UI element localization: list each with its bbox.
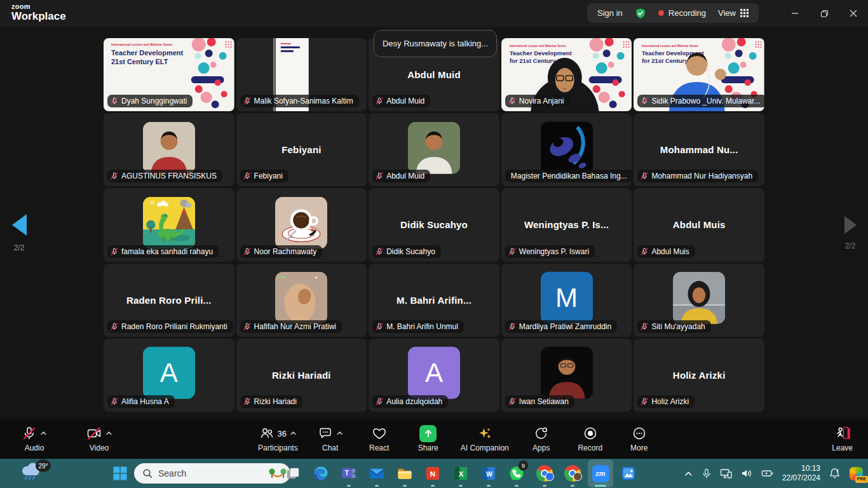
copilot-icon[interactable]: PRE <box>850 467 863 480</box>
participant-tile[interactable]: Malik Sofyan-Sanimas Kaltim <box>236 38 367 111</box>
close-button[interactable] <box>839 0 868 27</box>
participant-tile[interactable]: Abdul Muid <box>369 113 499 186</box>
gallery-prev-page-button[interactable]: 2/2 <box>5 214 33 252</box>
participant-tile[interactable]: Weningtyas P. Is...Weningtyas P. Iswari <box>501 188 632 261</box>
window-controls <box>780 0 868 27</box>
participant-tile[interactable]: AGUSTINUS FRANSISKUS <box>104 113 234 186</box>
participant-label-text: Magister Pendidikan Bahasa Ing... <box>511 172 627 180</box>
taskbar-app-zoom[interactable]: zm <box>588 459 613 487</box>
participant-tile[interactable]: Rizki HariadiRizki Hariadi <box>236 339 367 412</box>
chrome-icon <box>536 465 553 482</box>
toolbar-share-button[interactable]: Share <box>407 423 450 454</box>
tray-speaker-icon[interactable] <box>741 468 753 478</box>
participant-tile[interactable]: Holiz ArizkiHoliz Arizki <box>634 339 764 412</box>
tray-cast-display-icon[interactable] <box>720 468 733 479</box>
taskbar-app-edge[interactable] <box>308 459 334 487</box>
participant-name-label: Abdul Muis <box>637 245 695 258</box>
tray-chevron-up-icon[interactable] <box>684 469 693 478</box>
toolbar-record-label: Record <box>578 444 602 452</box>
toolbar-more-button[interactable]: More <box>618 423 661 454</box>
taskbar-app-mail[interactable] <box>364 459 390 487</box>
participant-label-text: Sidik Prabowo _Univ. Mulawar... <box>651 97 760 105</box>
view-button[interactable]: View <box>718 8 749 18</box>
svg-text:CAM: CAM <box>278 274 287 279</box>
taskbar-app-taskview[interactable] <box>280 459 306 487</box>
taskbar-app-teams[interactable]: T <box>336 459 362 487</box>
toolbar-chat-button[interactable]: Chat <box>309 423 352 454</box>
nitro-icon: N <box>424 465 441 482</box>
recording-indicator[interactable]: Recording <box>658 8 706 18</box>
taskbar-app-nitro[interactable]: N <box>420 459 445 487</box>
chevron-up-icon[interactable] <box>336 431 343 436</box>
title-bar: zoom Workplace Sign in Recording View <box>0 0 868 27</box>
participant-tile[interactable]: International Lecture and Webinar Series… <box>104 38 234 111</box>
participant-tile[interactable]: Mohammad Nu...Mohammad Nur Hadiyansyah <box>634 113 764 186</box>
toolbar-record-button[interactable]: Record <box>569 423 612 454</box>
participant-tile[interactable]: Iwan Setiawan <box>501 339 632 412</box>
participant-tile[interactable]: Abdul MuisAbdul Muis <box>634 188 764 261</box>
participant-tile[interactable]: M. Bahri Arifin...M. Bahri Arifin Unmul <box>369 264 499 337</box>
participant-tile[interactable]: International Lecture and Webinar Series… <box>501 38 632 111</box>
participant-tile[interactable]: famala eka sanhadi rahayu <box>104 188 234 261</box>
meeting-toolbar: AudioVideo 36ParticipantsChatReactShareA… <box>0 419 868 459</box>
recording-dot-icon <box>658 10 664 16</box>
tray-microphone-icon[interactable] <box>702 468 712 479</box>
system-tray: 10:13 22/07/2024 z PRE <box>684 459 863 488</box>
participant-name-label: Novira Anjani <box>505 95 570 107</box>
running-indicator <box>347 485 351 487</box>
weather-widget[interactable]: 29° <box>19 461 48 485</box>
toolbar-apps-button[interactable]: Apps <box>520 423 563 454</box>
participant-tile[interactable]: AAulia dzulqoidah <box>369 339 499 412</box>
chevron-right-icon <box>844 216 857 234</box>
titlebar-menu: Sign in Recording View <box>587 3 759 23</box>
tray-battery-icon[interactable] <box>761 468 774 478</box>
participant-label-text: M. Bahri Arifin Unmul <box>386 322 458 331</box>
chevron-up-icon[interactable] <box>105 431 112 436</box>
taskbar-clock[interactable]: 10:13 22/07/2024 <box>782 464 820 483</box>
taskbar-app-chrome-profile2[interactable] <box>560 459 585 487</box>
toolbar-video-button[interactable]: Video <box>78 423 121 454</box>
muted-mic-icon <box>111 248 118 255</box>
running-indicator <box>459 485 463 487</box>
toolbar-participants-button[interactable]: 36Participants <box>253 423 303 454</box>
chevron-up-icon[interactable] <box>290 431 297 436</box>
apps-icon <box>534 426 549 441</box>
taskbar-app-photos[interactable] <box>616 459 641 487</box>
minimize-button[interactable] <box>780 0 810 27</box>
taskbar-app-explorer[interactable] <box>392 459 417 487</box>
participant-tile[interactable]: Noor Rachmawaty <box>236 188 367 261</box>
participant-tile[interactable]: Didik SucahyoDidik Sucahyo <box>369 188 499 261</box>
gallery-next-page-button[interactable]: 2/2 <box>836 216 864 250</box>
restore-button[interactable] <box>810 0 839 27</box>
notification-bell-snooze-icon[interactable]: z <box>829 467 841 480</box>
taskbar-app-whatsapp[interactable]: 9 <box>504 459 529 487</box>
participant-tile[interactable]: Raden Roro Prili...Raden Roro Priliani R… <box>104 264 234 337</box>
toolbar-react-button[interactable]: React <box>358 423 401 454</box>
taskbar-app-excel[interactable]: X <box>448 459 473 487</box>
taskbar-search-box[interactable]: Search <box>134 463 290 484</box>
participant-tile[interactable]: International Lecture and Webinar Series… <box>634 38 764 111</box>
taskbar-app-chrome-profile1[interactable] <box>532 459 557 487</box>
start-button[interactable] <box>112 465 128 482</box>
participant-tile[interactable]: FebiyaniFebiyani <box>236 113 367 186</box>
taskbar-app-word[interactable]: W <box>476 459 501 487</box>
participant-tile[interactable]: AAlifia Husna A <box>104 339 234 412</box>
participant-tile[interactable]: CAM▶Hafifah Nur Azmi Pratiwi <box>236 264 367 337</box>
chat-icon <box>318 426 333 441</box>
participant-tile[interactable]: MMardliya Pratiwi Zamruddin <box>501 264 632 337</box>
participant-tile[interactable]: Siti Mu'ayyadah <box>634 264 764 337</box>
participant-label-text: Hafifah Nur Azmi Pratiwi <box>254 322 336 331</box>
muted-mic-icon <box>111 172 118 180</box>
participants-icon <box>259 426 275 441</box>
security-shield-icon[interactable] <box>635 8 646 19</box>
participant-tile[interactable]: Magister Pendidikan Bahasa Ing... <box>501 113 632 186</box>
sign-in-button[interactable]: Sign in <box>597 8 623 18</box>
chevron-up-icon[interactable] <box>40 431 47 436</box>
toolbar-audio-label: Audio <box>25 444 44 452</box>
muted-mic-icon <box>376 323 383 330</box>
participant-name-label: Siti Mu'ayyadah <box>637 320 710 333</box>
muted-mic-icon <box>376 172 383 180</box>
toolbar-ai-button[interactable]: AI Companion <box>456 423 514 454</box>
toolbar-audio-button[interactable]: Audio <box>13 423 56 454</box>
leave-button[interactable]: Leave <box>828 423 857 454</box>
